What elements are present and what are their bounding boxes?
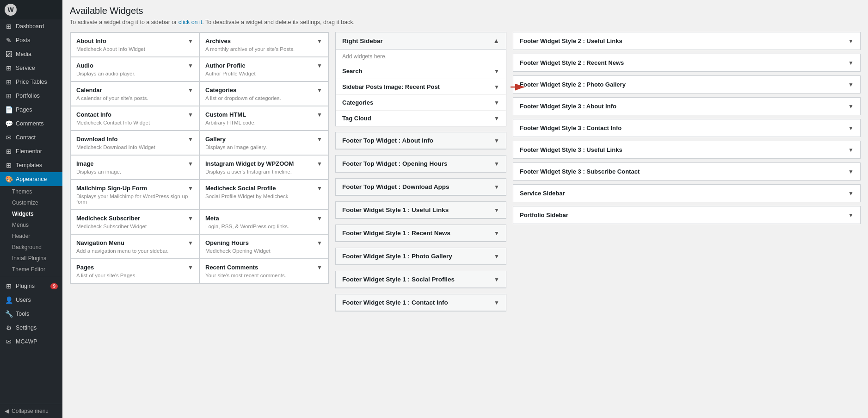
widget-item[interactable]: Medicheck Social Profile ▼ Social Profil… bbox=[199, 180, 328, 210]
sidebar-item-contact[interactable]: ✉ Contact bbox=[0, 131, 62, 144]
footer-section-header[interactable]: Footer Top Widget : About Info ▼ bbox=[336, 132, 506, 149]
footer-section-header[interactable]: Footer Widget Style 1 : Contact Info ▼ bbox=[336, 294, 506, 311]
sidebar-item-media[interactable]: 🖼 Media bbox=[0, 47, 62, 61]
footer-section-header[interactable]: Footer Top Widget : Download Apps ▼ bbox=[336, 179, 506, 195]
sidebar-item-dashboard[interactable]: ⊞ Dashboard bbox=[0, 19, 62, 33]
sidebar-item-comments[interactable]: 💬 Comments bbox=[0, 117, 62, 131]
sidebar-sub-theme-editor[interactable]: Theme Editor bbox=[0, 264, 62, 275]
right-panel-item[interactable]: Footer Widget Style 2 : Useful Links ▼ bbox=[513, 32, 861, 50]
sidebar-item-settings[interactable]: ⚙ Settings bbox=[0, 321, 62, 335]
widget-item[interactable]: Calendar ▼ A calendar of your site's pos… bbox=[70, 81, 199, 106]
right-panel-item[interactable]: Service Sidebar ▼ bbox=[513, 184, 861, 202]
widget-title: Archives bbox=[205, 37, 231, 44]
widget-item[interactable]: Meta ▼ Login, RSS, & WordPress.org links… bbox=[199, 210, 328, 234]
sidebar-sub-header[interactable]: Header bbox=[0, 231, 62, 242]
sidebar-item-users[interactable]: 👤 Users bbox=[0, 293, 62, 307]
sidebar-sub-themes[interactable]: Themes bbox=[0, 186, 62, 197]
right-panel-chevron-icon: ▼ bbox=[848, 190, 854, 197]
sidebar-item-pages[interactable]: 📄 Pages bbox=[0, 103, 62, 117]
widget-item[interactable]: Opening Hours ▼ Medicheck Opening Widget bbox=[199, 234, 328, 259]
sidebar-sub-customize[interactable]: Customize bbox=[0, 197, 62, 208]
right-panel-title: Footer Widget Style 3 : Contact Info bbox=[520, 125, 622, 131]
widget-item[interactable]: Instagram Widget by WPZOOM ▼ Displays a … bbox=[199, 155, 328, 180]
sidebar-widget-item[interactable]: Search ▼ bbox=[336, 63, 506, 79]
sidebar-sub-background[interactable]: Background bbox=[0, 242, 62, 253]
widget-item[interactable]: Archives ▼ A monthly archive of your sit… bbox=[199, 32, 328, 57]
admin-sidebar: W ⊞ Dashboard ✎ Posts 🖼 Media ⊞ Service … bbox=[0, 0, 62, 418]
mc4wp-icon: ✉ bbox=[5, 338, 13, 345]
widget-item[interactable]: Navigation Menu ▼ Add a navigation menu … bbox=[70, 234, 199, 259]
sidebar-item-appearance[interactable]: 🎨 Appearance bbox=[0, 172, 62, 186]
widget-desc: Social Profile Widget by Medicheck bbox=[205, 193, 322, 199]
collapse-menu-button[interactable]: ◀ Collapse menu bbox=[0, 404, 62, 418]
footer-section-chevron-icon: ▼ bbox=[494, 253, 499, 260]
sidebar-widget-item[interactable]: Categories ▼ bbox=[336, 95, 506, 111]
footer-section-header[interactable]: Footer Widget Style 1 : Social Profiles … bbox=[336, 271, 506, 288]
sidebar-item-plugins[interactable]: ⊞ Plugins 9 bbox=[0, 279, 62, 293]
pages-icon: 📄 bbox=[5, 106, 13, 113]
sidebar-item-posts[interactable]: ✎ Posts bbox=[0, 33, 62, 47]
right-panel-item[interactable]: Footer Widget Style 3 : Useful Links ▼ bbox=[513, 141, 861, 159]
footer-section-chevron-icon: ▼ bbox=[494, 230, 499, 237]
sidebar-item-service[interactable]: ⊞ Service bbox=[0, 61, 62, 75]
sidebar-sub-install-plugins[interactable]: Install Plugins bbox=[0, 253, 62, 264]
right-panel-title: Portfolio Sidebar bbox=[520, 212, 568, 218]
right-panel-item[interactable]: Footer Widget Style 3 : About Info ▼ bbox=[513, 97, 861, 115]
widget-desc: Author Profile Widget bbox=[205, 71, 322, 76]
widget-item[interactable]: Gallery ▼ Displays an image gallery. bbox=[199, 131, 328, 155]
widget-title: Mailchimp Sign-Up Form bbox=[76, 185, 147, 192]
widget-title: Categories bbox=[205, 87, 236, 94]
widget-desc: Displays an audio player. bbox=[76, 71, 193, 76]
widget-item[interactable]: Pages ▼ A list of your site's Pages. bbox=[70, 259, 199, 283]
widget-chevron-icon: ▼ bbox=[188, 240, 193, 246]
footer-section-title: Footer Top Widget : Opening Hours bbox=[342, 160, 448, 167]
footer-section-title: Footer Widget Style 1 : Photo Gallery bbox=[342, 253, 452, 260]
widget-desc: A list of your site's Pages. bbox=[76, 273, 193, 278]
right-panel-item[interactable]: Footer Widget Style 2 : Recent News ▼ bbox=[513, 54, 861, 72]
widget-item[interactable]: Custom HTML ▼ Arbitrary HTML code. bbox=[199, 106, 328, 131]
portfolios-icon: ⊞ bbox=[5, 92, 13, 100]
available-widgets-section: About Info ▼ Medicheck About Info Widget… bbox=[70, 32, 329, 284]
footer-section-header[interactable]: Footer Widget Style 1 : Photo Gallery ▼ bbox=[336, 248, 506, 265]
sidebar-widget-item[interactable]: Tag Cloud ▼ bbox=[336, 111, 506, 126]
widget-item[interactable]: Image ▼ Displays an image. bbox=[70, 155, 199, 180]
right-panel-item[interactable]: Footer Widget Style 2 : Photo Gallery ▼ bbox=[513, 75, 861, 94]
widget-item[interactable]: Mailchimp Sign-Up Form ▼ Displays your M… bbox=[70, 180, 199, 210]
sidebar-sub-menus[interactable]: Menus bbox=[0, 219, 62, 231]
right-panel-chevron-icon: ▼ bbox=[848, 81, 854, 88]
widget-item[interactable]: About Info ▼ Medicheck About Info Widget bbox=[70, 32, 199, 57]
sidebar-item-tools[interactable]: 🔧 Tools bbox=[0, 307, 62, 321]
right-panel-item[interactable]: Footer Widget Style 3 : Contact Info ▼ bbox=[513, 119, 861, 137]
widget-item[interactable]: Categories ▼ A list or dropdown of categ… bbox=[199, 81, 328, 106]
widget-desc: Add a navigation menu to your sidebar. bbox=[76, 248, 193, 254]
widget-title: Meta bbox=[205, 215, 219, 222]
click-on-it-link[interactable]: click on it bbox=[179, 19, 202, 25]
plugins-badge: 9 bbox=[50, 283, 58, 289]
widget-item[interactable]: Author Profile ▼ Author Profile Widget bbox=[199, 57, 328, 81]
sidebar-widget-chevron-icon: ▼ bbox=[494, 84, 499, 90]
widget-item[interactable]: Contact Info ▼ Medicheck Contact Info Wi… bbox=[70, 106, 199, 131]
widget-item[interactable]: Audio ▼ Displays an audio player. bbox=[70, 57, 199, 81]
footer-section-header[interactable]: Footer Widget Style 1 : Useful Links ▼ bbox=[336, 202, 506, 218]
right-panel-item[interactable]: Portfolio Sidebar ▼ bbox=[513, 206, 861, 224]
widget-desc: Arbitrary HTML code. bbox=[205, 120, 322, 125]
widget-chevron-icon: ▼ bbox=[317, 87, 322, 94]
sidebar-item-elementor[interactable]: ⊞ Elementor bbox=[0, 144, 62, 158]
sidebar-sub-widgets[interactable]: Widgets bbox=[0, 208, 62, 219]
footer-section-chevron-icon: ▼ bbox=[494, 207, 499, 213]
right-panel-chevron-icon: ▼ bbox=[848, 125, 854, 131]
footer-section-header[interactable]: Footer Widget Style 1 : Recent News ▼ bbox=[336, 225, 506, 242]
right-panel-item[interactable]: Footer Widget Style 3 : Subscribe Contac… bbox=[513, 162, 861, 181]
widget-item[interactable]: Medicheck Subscriber ▼ Medicheck Subscri… bbox=[70, 210, 199, 234]
right-sidebar-title: Right Sidebar bbox=[342, 37, 383, 44]
widget-chevron-icon: ▼ bbox=[317, 161, 322, 167]
footer-section-header[interactable]: Footer Top Widget : Opening Hours ▼ bbox=[336, 156, 506, 172]
sidebar-item-price-tables[interactable]: ⊞ Price Tables bbox=[0, 75, 62, 89]
right-panel-chevron-icon: ▼ bbox=[848, 38, 854, 44]
widget-item[interactable]: Download Info ▼ Medicheck Download Info … bbox=[70, 131, 199, 155]
sidebar-item-portfolios[interactable]: ⊞ Portfolios bbox=[0, 89, 62, 103]
sidebar-item-mc4wp[interactable]: ✉ MC4WP bbox=[0, 335, 62, 349]
sidebar-widget-item[interactable]: Sidebar Posts Image: Recent Post ▼ bbox=[336, 79, 506, 95]
widget-item[interactable]: Recent Comments ▼ Your site's most recen… bbox=[199, 259, 328, 283]
sidebar-item-templates[interactable]: ⊞ Templates bbox=[0, 158, 62, 172]
